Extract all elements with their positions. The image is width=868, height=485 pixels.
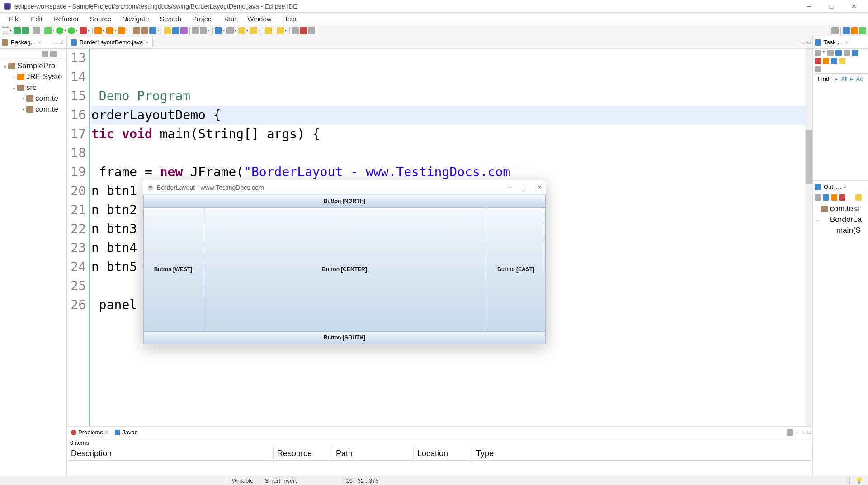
open-task-icon[interactable] [141, 27, 148, 34]
save-all-icon[interactable] [22, 27, 29, 34]
dropdown-icon[interactable]: ▾ [235, 28, 237, 33]
outline-item[interactable]: ⌄ BorderLa [815, 214, 866, 225]
tool-icon[interactable] [855, 194, 862, 201]
link-icon[interactable] [50, 51, 57, 57]
col-type[interactable]: Type [472, 447, 812, 460]
red-icon[interactable] [300, 27, 307, 34]
tool-icon[interactable] [839, 58, 845, 64]
minimize-view-icon[interactable]: ▭ [801, 429, 806, 436]
col-path[interactable]: Path [332, 447, 414, 460]
ac-link[interactable]: Ac [856, 75, 863, 82]
maximize-view-icon[interactable]: □ [60, 39, 63, 45]
tool-icon[interactable] [815, 66, 821, 72]
tool-icon[interactable] [847, 194, 854, 201]
button-south[interactable]: Button [SOUTH] [143, 331, 546, 344]
tool-icon[interactable] [831, 194, 837, 201]
next-icon[interactable] [238, 27, 245, 34]
expand-arrow-icon[interactable]: › [20, 95, 26, 102]
tree-item-package[interactable]: › com.te [2, 93, 65, 104]
search2-icon[interactable] [831, 27, 839, 34]
menu-help[interactable]: Help [277, 13, 302, 24]
new-package-icon[interactable] [106, 27, 113, 34]
expand-arrow-icon[interactable]: ⌄ [2, 63, 8, 69]
view-menu-icon[interactable]: ⋮ [58, 51, 65, 57]
tool-icon[interactable] [815, 50, 821, 56]
menu-run[interactable]: Run [219, 13, 242, 24]
tree-item-project[interactable]: ⌄ SamplePro [2, 61, 65, 71]
vertical-scrollbar[interactable] [805, 49, 812, 469]
close-icon[interactable]: × [146, 40, 148, 45]
nav-icon[interactable] [215, 27, 222, 34]
expand-arrow-icon[interactable]: ⌄ [11, 85, 17, 91]
dropdown-icon[interactable]: ▾ [10, 28, 13, 33]
menu-file[interactable]: File [4, 13, 25, 24]
find-label[interactable]: Find [815, 75, 832, 83]
run-icon[interactable] [56, 27, 63, 34]
maximize-view-icon[interactable]: □ [807, 39, 811, 45]
status-tip-icon[interactable]: 💡 [849, 477, 868, 484]
button-center[interactable]: Button [CENTER] [203, 207, 486, 331]
close-icon[interactable]: × [845, 40, 848, 45]
menu-refactor[interactable]: Refactor [48, 13, 85, 24]
close-button[interactable]: ✕ [537, 184, 542, 191]
coverage-icon[interactable] [68, 27, 75, 34]
expand-arrow-icon[interactable]: › [11, 74, 17, 80]
problems-tab[interactable]: Problems × [67, 427, 111, 438]
menu-project[interactable]: Project [187, 13, 219, 24]
save-icon[interactable] [14, 27, 21, 34]
menu-window[interactable]: Window [242, 13, 277, 24]
tool-icon[interactable] [839, 194, 845, 201]
tree-item-jre[interactable]: › JRE Syste [2, 71, 65, 82]
dropdown-icon[interactable]: ▾ [64, 28, 67, 33]
outline-item[interactable]: main(S [815, 225, 866, 236]
expand-arrow-icon[interactable]: › [20, 106, 26, 113]
expand-arrow-icon[interactable]: ⌄ [815, 217, 821, 223]
minimize-view-icon[interactable]: ▭ [53, 39, 58, 45]
dropdown-icon[interactable]: ▾ [103, 28, 105, 33]
minimize-view-icon[interactable]: ▭ [801, 39, 806, 45]
dropdown-icon[interactable]: ▾ [823, 50, 826, 56]
new-icon[interactable] [2, 27, 9, 34]
pin-icon[interactable] [292, 27, 299, 34]
dropdown-icon[interactable]: ▾ [246, 28, 249, 33]
tool-icon[interactable] [815, 194, 821, 201]
collapse-icon[interactable] [42, 51, 48, 57]
menu-navigate[interactable]: Navigate [117, 13, 154, 24]
tool-icon[interactable] [33, 27, 40, 34]
col-resource[interactable]: Resource [274, 447, 332, 460]
new-class-icon[interactable] [118, 27, 125, 34]
tool-icon[interactable] [180, 27, 188, 34]
prev-icon[interactable] [250, 27, 257, 34]
tool-icon[interactable] [827, 50, 834, 56]
mark-icon[interactable] [172, 27, 179, 34]
dropdown-icon[interactable]: ▾ [126, 28, 129, 33]
search-icon[interactable] [149, 27, 156, 34]
filter-icon[interactable] [787, 429, 793, 436]
tool-icon[interactable] [823, 58, 829, 64]
toggle2-icon[interactable] [200, 27, 207, 34]
run-last-icon[interactable] [80, 27, 87, 34]
dropdown-icon[interactable]: ▾ [52, 28, 55, 33]
dropdown-icon[interactable]: ▾ [273, 28, 276, 33]
nav2-icon[interactable] [226, 27, 234, 34]
tool-icon[interactable] [815, 58, 821, 64]
all-link[interactable]: All [841, 75, 847, 82]
tool-icon[interactable] [823, 194, 829, 201]
task-tab[interactable]: Task … × [821, 37, 851, 47]
open-type-icon[interactable] [133, 27, 140, 34]
maximize-view-icon[interactable]: □ [807, 429, 811, 436]
button-east[interactable]: Button [EAST] [486, 207, 546, 331]
menu-search[interactable]: Search [154, 13, 187, 24]
tree-item-package[interactable]: › com.te [2, 104, 65, 115]
tool-icon[interactable] [844, 50, 850, 56]
tool-icon[interactable] [831, 58, 837, 64]
close-button[interactable]: ✕ [847, 2, 861, 11]
dropdown-icon[interactable]: ▾ [76, 28, 79, 33]
forward-icon[interactable] [277, 27, 284, 34]
close-icon[interactable]: × [105, 430, 108, 435]
dropdown-icon[interactable]: ▾ [258, 28, 261, 33]
debug-icon[interactable] [44, 27, 52, 34]
highlight-icon[interactable] [164, 27, 171, 34]
dropdown-icon[interactable]: ▾ [88, 28, 90, 33]
dropdown-icon[interactable]: ▾ [157, 28, 160, 33]
